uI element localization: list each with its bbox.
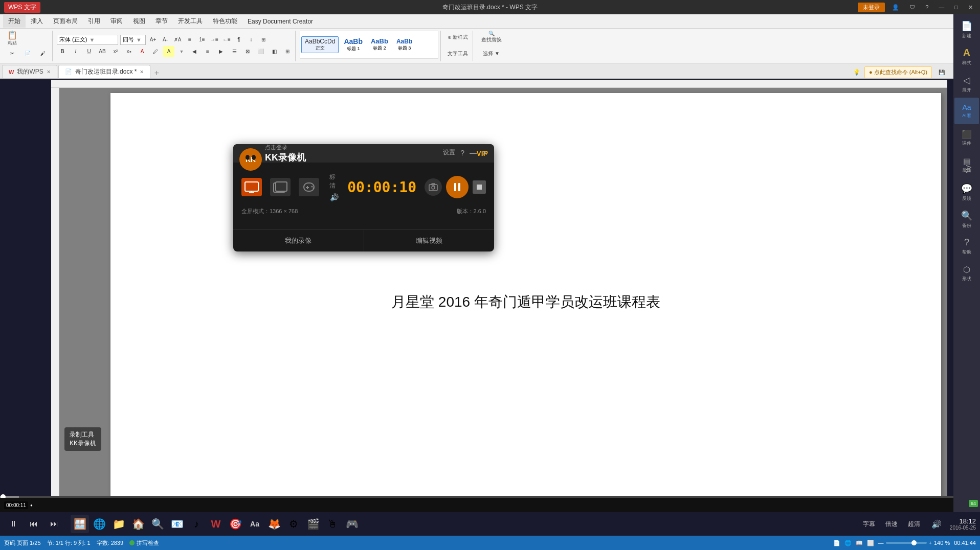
shading-btn[interactable]: A: [163, 46, 174, 57]
taskbar-app-mouse[interactable]: 🖱: [323, 515, 342, 533]
title-help-icon[interactable]: ?: [922, 3, 931, 11]
align-right-btn[interactable]: ▶: [215, 46, 227, 57]
taskbar-prev-btn[interactable]: ⏮: [25, 515, 43, 533]
kk-edit-video-btn[interactable]: 编辑视频: [364, 230, 495, 251]
font-color-btn[interactable]: A: [137, 46, 148, 57]
title-close-btn[interactable]: ✕: [965, 3, 976, 12]
align-center-btn[interactable]: ≡: [202, 46, 213, 57]
menu-item-view[interactable]: 视图: [128, 15, 150, 28]
taskbar-app-music[interactable]: ♪: [187, 515, 206, 533]
bold-btn[interactable]: B: [57, 46, 68, 57]
taskbar-volume-btn[interactable]: 🔊: [927, 515, 946, 533]
superscript-btn[interactable]: x²: [110, 46, 121, 57]
align-left-btn[interactable]: ◀: [189, 46, 200, 57]
tab-my-wps-close[interactable]: ✕: [47, 69, 51, 75]
font-shrink-btn[interactable]: A-: [160, 35, 170, 45]
taskbar-app-video[interactable]: 🎬: [304, 515, 322, 533]
kk-mode-game-btn[interactable]: [299, 178, 319, 196]
border2-btn[interactable]: ⊞: [282, 46, 293, 57]
indent-increase-btn[interactable]: →≡: [209, 35, 219, 45]
kk-min-btn[interactable]: —: [470, 149, 477, 157]
taskbar-app-font[interactable]: Aa: [246, 515, 264, 533]
taskbar-next-btn[interactable]: ⏭: [45, 515, 63, 533]
tab-new-btn[interactable]: +: [151, 68, 162, 78]
menu-item-insert[interactable]: 插入: [26, 15, 48, 28]
format-painter-btn[interactable]: 🖌: [36, 47, 50, 61]
taskbar-pause-btn[interactable]: ⏸: [4, 515, 23, 533]
kk-pause-btn[interactable]: [446, 176, 469, 198]
align-distribute-btn[interactable]: ⊠: [242, 46, 253, 57]
paste-btn[interactable]: 📋 粘贴: [5, 31, 19, 45]
kk-my-recordings-btn[interactable]: 我的录像: [233, 230, 364, 251]
find-replace-btn[interactable]: 🔍 查找替换: [477, 31, 505, 44]
text-tool-btn[interactable]: 文字工具: [445, 47, 471, 60]
taskbar-subtitle-btn[interactable]: 字幕: [860, 515, 878, 533]
rsb-backup-btn[interactable]: 🔍 备份: [954, 206, 979, 233]
rsb-new-btn[interactable]: 📄 新建: [954, 16, 979, 43]
kk-settings-btn[interactable]: 设置: [443, 148, 455, 157]
rsb-shape-btn[interactable]: ⬡ 形状: [954, 260, 979, 287]
taskbar-app-wps[interactable]: W: [207, 515, 225, 533]
line-spacing-btn[interactable]: ↕: [246, 35, 256, 45]
font-size-selector[interactable]: 四号 ▼: [120, 35, 146, 45]
rsb-style-btn[interactable]: A 样式: [954, 43, 979, 70]
font-grow-btn[interactable]: A+: [148, 35, 158, 45]
col-layout-btn[interactable]: ⬜: [255, 46, 266, 57]
status-view-full-icon[interactable]: ⬜: [867, 540, 874, 546]
kk-close-btn[interactable]: ✕: [482, 149, 488, 157]
char-border-btn[interactable]: AB: [97, 46, 108, 57]
rsb-expand-btn[interactable]: ◁ 展开: [954, 71, 979, 97]
select-btn[interactable]: 选择 ▼: [477, 47, 505, 60]
zoom-slider[interactable]: [886, 542, 927, 544]
taskbar-app-windows[interactable]: 🪟: [71, 515, 89, 533]
taskbar-app-browser[interactable]: 🌐: [90, 515, 108, 533]
border-btn[interactable]: ⊞: [258, 35, 269, 45]
title-min-btn[interactable]: —: [936, 3, 947, 11]
kk-stop-btn[interactable]: [473, 180, 486, 194]
title-max-btn[interactable]: □: [951, 3, 961, 11]
copy-btn[interactable]: 📄: [20, 47, 35, 61]
help-search-bar[interactable]: ● 点此查找命令 (Alt+Q): [864, 66, 932, 78]
taskbar-app-settings[interactable]: ⚙: [284, 515, 303, 533]
status-spell-check[interactable]: 拼写检查: [129, 539, 159, 547]
rsb-ai-btn[interactable]: Aa AI看: [954, 98, 979, 124]
menu-item-easy-doc[interactable]: Easy Document Creator: [242, 16, 318, 27]
italic-btn[interactable]: I: [70, 46, 81, 57]
list-number-btn[interactable]: 1≡: [197, 35, 207, 45]
kk-login-text[interactable]: 点击登录: [265, 144, 306, 151]
toolbar-save-icon[interactable]: 💾: [936, 67, 947, 78]
zoom-out-btn[interactable]: —: [878, 540, 884, 546]
taskbar-app-home[interactable]: 🏠: [129, 515, 147, 533]
menu-item-start[interactable]: 开始: [3, 15, 26, 28]
tab-doc-close[interactable]: ✕: [140, 69, 144, 75]
taskbar-speed-btn[interactable]: 倍速: [882, 515, 901, 533]
subscript-btn[interactable]: x₂: [123, 46, 135, 57]
tab-my-wps[interactable]: W 我的WPS ✕: [2, 65, 57, 78]
menu-item-features[interactable]: 特色功能: [208, 15, 242, 28]
menu-item-page-layout[interactable]: 页面布局: [48, 15, 83, 28]
status-view-web-icon[interactable]: 🌐: [844, 540, 852, 546]
taskbar-app-email[interactable]: 📧: [168, 515, 186, 533]
clear-format-btn[interactable]: ✗A: [172, 35, 183, 45]
taskbar-app-search[interactable]: 🔍: [148, 515, 167, 533]
rsb-feedback-btn[interactable]: 💬 反馈: [954, 179, 979, 205]
taskbar-app-kk[interactable]: 🎯: [226, 515, 244, 533]
status-view-read-icon[interactable]: 📖: [856, 540, 863, 546]
taskbar-app-explorer[interactable]: 📁: [109, 515, 128, 533]
status-view-normal-icon[interactable]: 📄: [833, 540, 840, 546]
menu-item-reference[interactable]: 引用: [83, 15, 105, 28]
menu-item-dev-tools[interactable]: 开发工具: [173, 15, 208, 28]
rsb-help-btn[interactable]: ? 帮助: [954, 233, 979, 260]
paragraph-settings-btn[interactable]: ¶: [234, 35, 244, 45]
style-normal[interactable]: AaBbCcDd 正文: [301, 36, 339, 53]
align-justify-btn[interactable]: ☰: [229, 46, 240, 57]
taskbar-quality-btn[interactable]: 超清: [905, 515, 923, 533]
underline-btn[interactable]: U: [83, 46, 95, 57]
font-name-selector[interactable]: 宋体 (正文) ▼: [57, 35, 118, 45]
list-bullet-btn[interactable]: ≡: [185, 35, 195, 45]
kk-screenshot-btn[interactable]: [425, 178, 442, 196]
menu-item-review[interactable]: 审阅: [105, 15, 128, 28]
shading2-btn[interactable]: ◧: [269, 46, 280, 57]
style-heading3[interactable]: AaBb 标题 3: [393, 37, 415, 53]
style-heading2[interactable]: AaBb 标题 2: [368, 36, 391, 53]
